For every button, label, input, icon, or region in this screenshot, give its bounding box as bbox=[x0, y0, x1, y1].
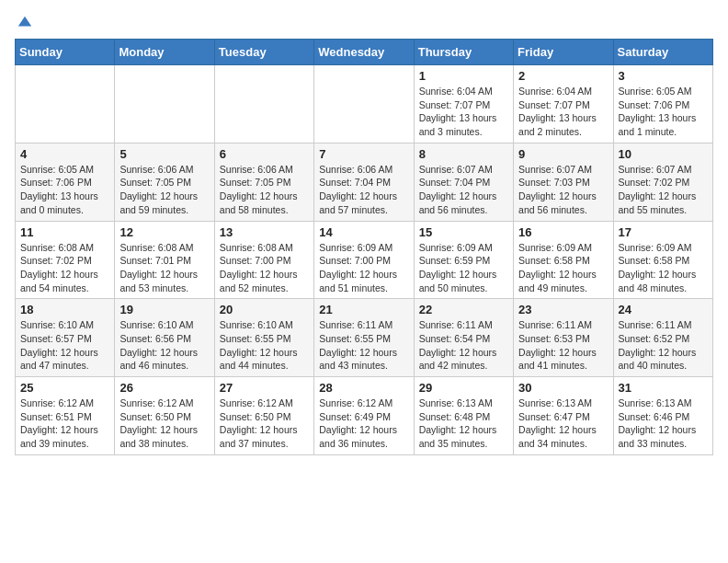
day-info: Sunrise: 6:13 AM Sunset: 6:48 PM Dayligh… bbox=[419, 396, 508, 451]
calendar-cell: 7Sunrise: 6:06 AM Sunset: 7:04 PM Daylig… bbox=[314, 143, 414, 221]
day-info: Sunrise: 6:09 AM Sunset: 6:59 PM Dayligh… bbox=[419, 241, 508, 295]
calendar-cell: 23Sunrise: 6:11 AM Sunset: 6:53 PM Dayli… bbox=[514, 299, 613, 377]
day-info: Sunrise: 6:13 AM Sunset: 6:46 PM Dayligh… bbox=[619, 396, 708, 451]
day-number: 24 bbox=[619, 303, 708, 316]
day-info: Sunrise: 6:04 AM Sunset: 7:07 PM Dayligh… bbox=[518, 85, 608, 139]
logo bbox=[15, 15, 33, 28]
day-info: Sunrise: 6:12 AM Sunset: 6:51 PM Dayligh… bbox=[20, 396, 109, 451]
day-info: Sunrise: 6:11 AM Sunset: 6:52 PM Dayligh… bbox=[619, 318, 708, 373]
day-info: Sunrise: 6:12 AM Sunset: 6:50 PM Dayligh… bbox=[220, 396, 309, 451]
calendar-week-row: 1Sunrise: 6:04 AM Sunset: 7:07 PM Daylig… bbox=[16, 65, 713, 144]
calendar-cell: 25Sunrise: 6:12 AM Sunset: 6:51 PM Dayli… bbox=[16, 377, 115, 455]
calendar-cell: 17Sunrise: 6:09 AM Sunset: 6:58 PM Dayli… bbox=[613, 221, 712, 299]
day-info: Sunrise: 6:07 AM Sunset: 7:03 PM Dayligh… bbox=[518, 163, 608, 217]
day-info: Sunrise: 6:09 AM Sunset: 6:58 PM Dayligh… bbox=[619, 241, 708, 295]
day-info: Sunrise: 6:06 AM Sunset: 7:05 PM Dayligh… bbox=[220, 163, 309, 217]
weekday-header-saturday: Saturday bbox=[613, 40, 712, 65]
calendar-week-row: 18Sunrise: 6:10 AM Sunset: 6:57 PM Dayli… bbox=[16, 299, 713, 377]
day-info: Sunrise: 6:05 AM Sunset: 7:06 PM Dayligh… bbox=[20, 163, 109, 217]
weekday-header-friday: Friday bbox=[514, 40, 613, 65]
day-info: Sunrise: 6:09 AM Sunset: 7:00 PM Dayligh… bbox=[319, 241, 408, 295]
day-number: 9 bbox=[518, 147, 608, 161]
calendar-cell: 21Sunrise: 6:11 AM Sunset: 6:55 PM Dayli… bbox=[314, 299, 414, 377]
day-info: Sunrise: 6:08 AM Sunset: 7:00 PM Dayligh… bbox=[220, 241, 309, 295]
calendar-cell: 6Sunrise: 6:06 AM Sunset: 7:05 PM Daylig… bbox=[214, 143, 313, 221]
day-info: Sunrise: 6:06 AM Sunset: 7:05 PM Dayligh… bbox=[119, 163, 209, 217]
day-number: 14 bbox=[319, 225, 408, 239]
calendar-cell: 4Sunrise: 6:05 AM Sunset: 7:06 PM Daylig… bbox=[16, 143, 115, 221]
day-info: Sunrise: 6:07 AM Sunset: 7:04 PM Dayligh… bbox=[419, 163, 508, 217]
day-info: Sunrise: 6:04 AM Sunset: 7:07 PM Dayligh… bbox=[419, 85, 508, 139]
day-info: Sunrise: 6:09 AM Sunset: 6:58 PM Dayligh… bbox=[518, 241, 608, 295]
calendar-cell: 24Sunrise: 6:11 AM Sunset: 6:52 PM Dayli… bbox=[613, 299, 712, 377]
day-number: 8 bbox=[419, 147, 508, 161]
day-info: Sunrise: 6:10 AM Sunset: 6:57 PM Dayligh… bbox=[20, 318, 109, 373]
weekday-header-row: SundayMondayTuesdayWednesdayThursdayFrid… bbox=[16, 40, 713, 65]
day-number: 7 bbox=[319, 147, 408, 161]
day-info: Sunrise: 6:12 AM Sunset: 6:49 PM Dayligh… bbox=[319, 396, 408, 451]
calendar-cell: 5Sunrise: 6:06 AM Sunset: 7:05 PM Daylig… bbox=[115, 143, 214, 221]
calendar-cell: 16Sunrise: 6:09 AM Sunset: 6:58 PM Dayli… bbox=[514, 221, 613, 299]
calendar-cell bbox=[314, 65, 414, 144]
day-number: 3 bbox=[619, 69, 708, 83]
calendar-cell bbox=[115, 65, 214, 144]
day-number: 31 bbox=[619, 381, 708, 395]
weekday-header-sunday: Sunday bbox=[16, 40, 115, 65]
day-number: 28 bbox=[319, 381, 408, 395]
calendar-cell: 1Sunrise: 6:04 AM Sunset: 7:07 PM Daylig… bbox=[414, 65, 513, 144]
calendar-cell: 27Sunrise: 6:12 AM Sunset: 6:50 PM Dayli… bbox=[214, 377, 313, 455]
calendar-body: 1Sunrise: 6:04 AM Sunset: 7:07 PM Daylig… bbox=[16, 65, 713, 455]
calendar-cell: 11Sunrise: 6:08 AM Sunset: 7:02 PM Dayli… bbox=[16, 221, 115, 299]
day-number: 27 bbox=[220, 381, 309, 395]
day-number: 10 bbox=[619, 147, 708, 161]
logo-icon bbox=[17, 15, 33, 31]
day-number: 15 bbox=[419, 225, 508, 239]
day-number: 13 bbox=[220, 225, 309, 239]
calendar-cell: 30Sunrise: 6:13 AM Sunset: 6:47 PM Dayli… bbox=[514, 377, 613, 455]
day-number: 11 bbox=[20, 225, 109, 239]
calendar-header: SundayMondayTuesdayWednesdayThursdayFrid… bbox=[16, 40, 713, 65]
day-number: 20 bbox=[220, 303, 309, 316]
weekday-header-monday: Monday bbox=[115, 40, 214, 65]
day-info: Sunrise: 6:10 AM Sunset: 6:55 PM Dayligh… bbox=[220, 318, 309, 373]
day-number: 23 bbox=[518, 303, 608, 316]
calendar-cell: 3Sunrise: 6:05 AM Sunset: 7:06 PM Daylig… bbox=[613, 65, 712, 144]
day-number: 29 bbox=[419, 381, 508, 395]
weekday-header-thursday: Thursday bbox=[414, 40, 513, 65]
calendar-cell: 20Sunrise: 6:10 AM Sunset: 6:55 PM Dayli… bbox=[214, 299, 313, 377]
day-info: Sunrise: 6:11 AM Sunset: 6:55 PM Dayligh… bbox=[319, 318, 408, 373]
calendar-cell: 22Sunrise: 6:11 AM Sunset: 6:54 PM Dayli… bbox=[414, 299, 513, 377]
weekday-header-wednesday: Wednesday bbox=[314, 40, 414, 65]
calendar-cell: 26Sunrise: 6:12 AM Sunset: 6:50 PM Dayli… bbox=[115, 377, 214, 455]
calendar-cell: 2Sunrise: 6:04 AM Sunset: 7:07 PM Daylig… bbox=[514, 65, 613, 144]
day-number: 17 bbox=[619, 225, 708, 239]
weekday-header-tuesday: Tuesday bbox=[214, 40, 313, 65]
calendar-cell: 10Sunrise: 6:07 AM Sunset: 7:02 PM Dayli… bbox=[613, 143, 712, 221]
calendar-table: SundayMondayTuesdayWednesdayThursdayFrid… bbox=[15, 39, 713, 455]
day-info: Sunrise: 6:06 AM Sunset: 7:04 PM Dayligh… bbox=[319, 163, 408, 217]
calendar-cell: 14Sunrise: 6:09 AM Sunset: 7:00 PM Dayli… bbox=[314, 221, 414, 299]
day-info: Sunrise: 6:11 AM Sunset: 6:53 PM Dayligh… bbox=[518, 318, 608, 373]
day-number: 30 bbox=[518, 381, 608, 395]
svg-marker-0 bbox=[18, 17, 31, 27]
day-number: 21 bbox=[319, 303, 408, 316]
day-info: Sunrise: 6:07 AM Sunset: 7:02 PM Dayligh… bbox=[619, 163, 708, 217]
day-number: 4 bbox=[20, 147, 109, 161]
day-info: Sunrise: 6:12 AM Sunset: 6:50 PM Dayligh… bbox=[119, 396, 209, 451]
calendar-cell bbox=[214, 65, 313, 144]
calendar-cell: 15Sunrise: 6:09 AM Sunset: 6:59 PM Dayli… bbox=[414, 221, 513, 299]
calendar-cell: 9Sunrise: 6:07 AM Sunset: 7:03 PM Daylig… bbox=[514, 143, 613, 221]
day-number: 2 bbox=[518, 69, 608, 83]
calendar-cell: 31Sunrise: 6:13 AM Sunset: 6:46 PM Dayli… bbox=[613, 377, 712, 455]
calendar-cell: 13Sunrise: 6:08 AM Sunset: 7:00 PM Dayli… bbox=[214, 221, 313, 299]
day-number: 16 bbox=[518, 225, 608, 239]
day-number: 19 bbox=[119, 303, 209, 316]
day-number: 18 bbox=[20, 303, 109, 316]
day-info: Sunrise: 6:08 AM Sunset: 7:02 PM Dayligh… bbox=[20, 241, 109, 295]
day-number: 5 bbox=[119, 147, 209, 161]
day-info: Sunrise: 6:13 AM Sunset: 6:47 PM Dayligh… bbox=[518, 396, 608, 451]
calendar-cell bbox=[16, 65, 115, 144]
day-number: 26 bbox=[119, 381, 209, 395]
calendar-cell: 12Sunrise: 6:08 AM Sunset: 7:01 PM Dayli… bbox=[115, 221, 214, 299]
day-number: 22 bbox=[419, 303, 508, 316]
